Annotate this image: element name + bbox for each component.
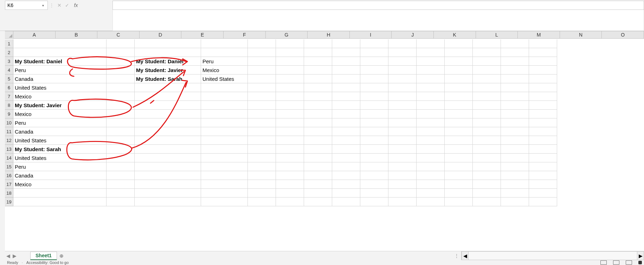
cell-E13[interactable] xyxy=(248,145,276,154)
cell-O1[interactable] xyxy=(529,39,557,48)
cell-N8[interactable] xyxy=(501,101,529,110)
cell-L8[interactable] xyxy=(445,101,473,110)
cell-K18[interactable] xyxy=(417,189,445,198)
cell-H12[interactable] xyxy=(332,136,360,145)
column-header-A[interactable]: A xyxy=(13,31,56,38)
cell-D16[interactable] xyxy=(201,171,248,180)
cell-E8[interactable] xyxy=(248,101,276,110)
cell-O12[interactable] xyxy=(529,136,557,145)
cell-J10[interactable] xyxy=(388,118,417,127)
cell-M1[interactable] xyxy=(473,39,501,48)
column-header-G[interactable]: G xyxy=(266,31,308,38)
cell-L15[interactable] xyxy=(445,162,473,171)
cell-B15[interactable] xyxy=(107,162,135,171)
cell-I15[interactable] xyxy=(360,162,388,171)
cell-N18[interactable] xyxy=(501,189,529,198)
cell-G16[interactable] xyxy=(304,171,332,180)
sheet-tab-sheet1[interactable]: Sheet1 xyxy=(30,252,57,260)
cell-F11[interactable] xyxy=(276,127,304,136)
cell-J11[interactable] xyxy=(388,127,417,136)
cell-A1[interactable] xyxy=(13,39,107,48)
cell-F7[interactable] xyxy=(276,92,304,101)
cell-E1[interactable] xyxy=(248,39,276,48)
cell-J18[interactable] xyxy=(388,189,417,198)
cell-O9[interactable] xyxy=(529,110,557,118)
cell-F12[interactable] xyxy=(276,136,304,145)
cell-I3[interactable] xyxy=(360,57,388,66)
cell-F8[interactable] xyxy=(276,101,304,110)
cell-H8[interactable] xyxy=(332,101,360,110)
cell-D13[interactable] xyxy=(201,145,248,154)
cell-K12[interactable] xyxy=(417,136,445,145)
cell-I16[interactable] xyxy=(360,171,388,180)
cell-G19[interactable] xyxy=(304,198,332,206)
cell-D2[interactable] xyxy=(201,48,248,57)
cell-B13[interactable] xyxy=(107,145,135,154)
hscroll-track[interactable] xyxy=(469,251,637,260)
cell-B19[interactable] xyxy=(107,198,135,206)
cell-B17[interactable] xyxy=(107,180,135,189)
cell-A6[interactable]: United States xyxy=(13,83,107,92)
column-header-J[interactable]: J xyxy=(392,31,434,38)
cell-C19[interactable] xyxy=(135,198,201,206)
cell-C6[interactable] xyxy=(135,83,201,92)
cell-B9[interactable] xyxy=(107,110,135,118)
row-header-16[interactable]: 16 xyxy=(5,171,13,180)
cell-K19[interactable] xyxy=(417,198,445,206)
cell-O16[interactable] xyxy=(529,171,557,180)
cell-K5[interactable] xyxy=(417,75,445,83)
cell-E4[interactable] xyxy=(248,66,276,75)
cell-J16[interactable] xyxy=(388,171,417,180)
cell-K7[interactable] xyxy=(417,92,445,101)
column-header-E[interactable]: E xyxy=(181,31,224,38)
cell-M16[interactable] xyxy=(473,171,501,180)
cell-K2[interactable] xyxy=(417,48,445,57)
cell-B16[interactable] xyxy=(107,171,135,180)
cell-G4[interactable] xyxy=(304,66,332,75)
cell-O15[interactable] xyxy=(529,162,557,171)
cell-H16[interactable] xyxy=(332,171,360,180)
cell-K16[interactable] xyxy=(417,171,445,180)
cell-H7[interactable] xyxy=(332,92,360,101)
row-header-5[interactable]: 5 xyxy=(5,75,13,83)
cell-N19[interactable] xyxy=(501,198,529,206)
cell-I19[interactable] xyxy=(360,198,388,206)
cell-K3[interactable] xyxy=(417,57,445,66)
cell-H3[interactable] xyxy=(332,57,360,66)
cell-N11[interactable] xyxy=(501,127,529,136)
cell-G8[interactable] xyxy=(304,101,332,110)
cell-K1[interactable] xyxy=(417,39,445,48)
cell-G15[interactable] xyxy=(304,162,332,171)
cell-K15[interactable] xyxy=(417,162,445,171)
cell-I10[interactable] xyxy=(360,118,388,127)
cell-H9[interactable] xyxy=(332,110,360,118)
cell-A2[interactable] xyxy=(13,48,107,57)
cell-L1[interactable] xyxy=(445,39,473,48)
cell-E9[interactable] xyxy=(248,110,276,118)
cell-B3[interactable] xyxy=(107,57,135,66)
cell-K11[interactable] xyxy=(417,127,445,136)
cell-E10[interactable] xyxy=(248,118,276,127)
cell-O7[interactable] xyxy=(529,92,557,101)
cell-C9[interactable] xyxy=(135,110,201,118)
cell-B11[interactable] xyxy=(107,127,135,136)
cell-B10[interactable] xyxy=(107,118,135,127)
cell-O14[interactable] xyxy=(529,154,557,162)
column-header-O[interactable]: O xyxy=(602,31,644,38)
cell-J3[interactable] xyxy=(388,57,417,66)
cell-C5[interactable]: My Student: Sarah xyxy=(135,75,201,83)
cell-M14[interactable] xyxy=(473,154,501,162)
cell-B18[interactable] xyxy=(107,189,135,198)
cell-L17[interactable] xyxy=(445,180,473,189)
cell-G13[interactable] xyxy=(304,145,332,154)
cell-N4[interactable] xyxy=(501,66,529,75)
cell-G7[interactable] xyxy=(304,92,332,101)
cell-I2[interactable] xyxy=(360,48,388,57)
chevron-down-icon[interactable]: ▾ xyxy=(40,4,45,7)
view-page-layout-icon[interactable] xyxy=(613,260,619,265)
cell-H1[interactable] xyxy=(332,39,360,48)
view-normal-icon[interactable] xyxy=(600,260,607,265)
column-header-H[interactable]: H xyxy=(308,31,350,38)
cell-C16[interactable] xyxy=(135,171,201,180)
cancel-formula-button[interactable]: ✕ xyxy=(56,1,63,10)
